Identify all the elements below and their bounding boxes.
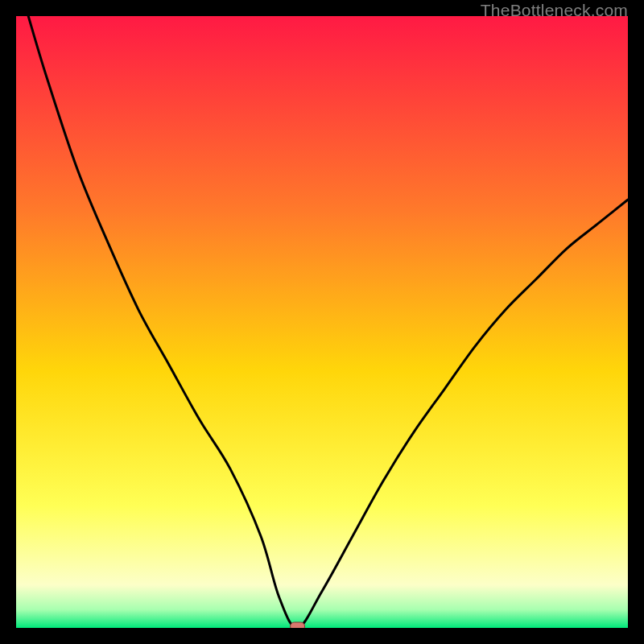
attribution-text: TheBottleneck.com [481, 1, 628, 20]
bottleneck-chart [16, 16, 628, 628]
gradient-background [16, 16, 628, 628]
minimum-marker [291, 622, 305, 628]
